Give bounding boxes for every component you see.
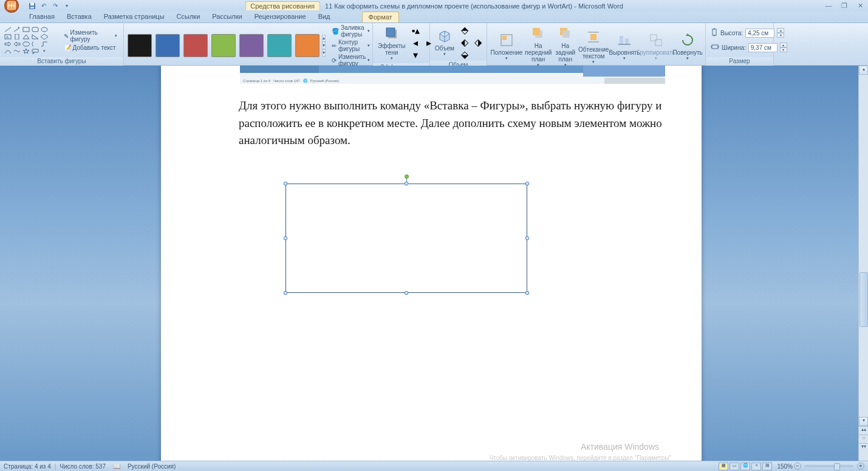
resize-handle-mr[interactable]: [525, 236, 529, 240]
align-button[interactable]: Выровнять▾: [610, 31, 638, 62]
style-swatch-2[interactable]: [183, 34, 208, 57]
shape-rect-icon[interactable]: [22, 26, 30, 33]
shape-callout-icon[interactable]: [31, 48, 39, 55]
height-down-icon[interactable]: ▾: [777, 33, 784, 38]
document-page[interactable]: Страница 1 из 4 Число слов 147 🌐 Русский…: [161, 66, 702, 461]
undo-icon[interactable]: ↶: [39, 1, 49, 11]
zoom-level[interactable]: 150%: [777, 463, 793, 470]
web-view-icon[interactable]: 🌐: [740, 462, 750, 470]
style-swatch-3[interactable]: [211, 34, 236, 57]
shape-outline-button[interactable]: ✏Контур фигуры▾: [332, 39, 370, 52]
body-paragraph[interactable]: Для этого нужно выполнить команду «Встав…: [239, 97, 664, 150]
tab-review[interactable]: Рецензирование: [248, 12, 312, 22]
scroll-up-icon[interactable]: ▴: [859, 66, 868, 75]
gallery-up-icon[interactable]: ▴: [322, 35, 326, 42]
nudge-up-icon[interactable]: ▪▴: [409, 26, 422, 36]
change-shape-button[interactable]: ⟳Изменить фигуру▾: [332, 53, 370, 67]
shape-line-icon[interactable]: [4, 26, 12, 33]
draft-view-icon[interactable]: ▤: [762, 462, 772, 470]
selected-rectangle-shape[interactable]: [285, 184, 527, 293]
position-button[interactable]: Положение▾: [491, 31, 522, 62]
width-up-icon[interactable]: ▴: [780, 43, 787, 47]
width-down-icon[interactable]: ▾: [780, 47, 787, 52]
add-text-button[interactable]: 📝Добавить текст: [61, 44, 120, 52]
resize-handle-tl[interactable]: [284, 182, 287, 185]
tab-view[interactable]: Вид: [312, 12, 337, 22]
next-page-icon[interactable]: ▾▾: [859, 443, 868, 452]
document-workspace[interactable]: Страница 1 из 4 Число слов 147 🌐 Русский…: [0, 66, 868, 461]
save-icon[interactable]: [27, 1, 37, 11]
tilt-down-icon[interactable]: ⬙: [458, 49, 471, 60]
resize-handle-tm[interactable]: [405, 182, 408, 185]
shape-rarrow-icon[interactable]: [4, 41, 12, 47]
resize-handle-bm[interactable]: [405, 291, 408, 295]
shape-roundrect-icon[interactable]: [31, 26, 39, 33]
send-back-button[interactable]: На задний план▾: [554, 24, 576, 69]
redo-icon[interactable]: ↷: [50, 1, 60, 11]
tab-home[interactable]: Главная: [23, 12, 61, 22]
shape-connector-icon[interactable]: [40, 41, 49, 47]
shape-larrow-icon[interactable]: [13, 41, 21, 47]
nudge-down-icon[interactable]: ▾: [409, 50, 422, 61]
shape-freeform-icon[interactable]: [13, 48, 21, 55]
resize-handle-ml[interactable]: [284, 236, 287, 240]
shape-arrow-icon[interactable]: [13, 26, 21, 33]
maximize-button[interactable]: ❐: [839, 1, 850, 10]
edit-shape-button[interactable]: ✎Изменить фигуру▾: [61, 29, 120, 43]
prev-page-icon[interactable]: ▴▴: [859, 426, 868, 435]
minimize-button[interactable]: —: [823, 1, 834, 10]
shape-curve-icon[interactable]: [4, 48, 12, 55]
vertical-scrollbar[interactable]: ▴ ▴▴ ○ ▾▾ ▾: [858, 66, 868, 461]
resize-handle-br[interactable]: [525, 291, 529, 295]
gallery-down-icon[interactable]: ▾: [322, 42, 326, 49]
tab-references[interactable]: Ссылки: [171, 12, 207, 22]
resize-handle-tr[interactable]: [525, 182, 529, 185]
tilt-up-icon[interactable]: ⬘: [458, 24, 471, 35]
outline-view-icon[interactable]: ≡: [751, 462, 761, 470]
zoom-slider[interactable]: [805, 465, 853, 467]
style-gallery[interactable]: [128, 34, 320, 57]
shadow-effects-button[interactable]: Эффекты тени▾: [377, 24, 406, 62]
tab-mailings[interactable]: Рассылки: [206, 12, 248, 22]
style-swatch-4[interactable]: [239, 34, 264, 57]
gallery-more-icon[interactable]: ▾: [322, 49, 326, 57]
style-swatch-1[interactable]: [155, 34, 180, 57]
fullscreen-view-icon[interactable]: ▭: [730, 462, 739, 470]
qat-dropdown-icon[interactable]: ▼: [62, 1, 72, 11]
shape-brace-icon[interactable]: [31, 41, 39, 47]
shape-star-icon[interactable]: [22, 48, 30, 55]
tilt-right-icon[interactable]: ⬗: [471, 36, 485, 47]
word-count[interactable]: Число слов: 537: [60, 463, 106, 470]
shape-more-icon[interactable]: ▾: [40, 48, 49, 55]
language-status[interactable]: Русский (Россия): [128, 463, 176, 470]
zoom-out-icon[interactable]: −: [794, 462, 801, 470]
height-up-icon[interactable]: ▴: [777, 28, 784, 33]
nudge-left-icon[interactable]: ◂: [409, 38, 422, 49]
browse-object-icon[interactable]: ○: [859, 435, 868, 443]
shape-triangle-icon[interactable]: [22, 33, 30, 40]
tilt-left-icon[interactable]: ⬖: [458, 36, 471, 47]
office-button[interactable]: [3, 0, 24, 12]
shape-textbox-icon[interactable]: A: [4, 33, 12, 40]
rotation-handle[interactable]: [405, 174, 409, 179]
shapes-gallery[interactable]: A ▾: [4, 26, 58, 55]
page-status[interactable]: Страница: 4 из 4: [4, 463, 51, 470]
width-input[interactable]: 9,37 см: [748, 43, 777, 52]
bring-front-button[interactable]: На передний план▾: [524, 24, 553, 69]
scroll-down-icon[interactable]: ▾: [859, 417, 868, 426]
shape-diamond-icon[interactable]: [40, 33, 49, 40]
shape-hexagon-icon[interactable]: [22, 41, 30, 47]
shape-rtriangle-icon[interactable]: [31, 33, 39, 40]
tab-insert[interactable]: Вставка: [61, 12, 98, 22]
shape-vtext-icon[interactable]: [13, 33, 21, 40]
resize-handle-bl[interactable]: [284, 291, 287, 295]
text-wrap-button[interactable]: Обтекание текстом▾: [578, 28, 609, 66]
shape-fill-button[interactable]: 🪣Заливка фигуры▾: [332, 24, 370, 38]
scroll-thumb[interactable]: [859, 272, 868, 327]
zoom-in-icon[interactable]: +: [857, 462, 864, 470]
shape-oval-icon[interactable]: [40, 26, 49, 33]
tab-page-layout[interactable]: Разметка страницы: [98, 12, 171, 22]
3d-effects-button[interactable]: Объем▾: [434, 27, 456, 58]
style-swatch-6[interactable]: [295, 34, 320, 57]
rotate-button[interactable]: Повернуть▾: [674, 31, 702, 62]
